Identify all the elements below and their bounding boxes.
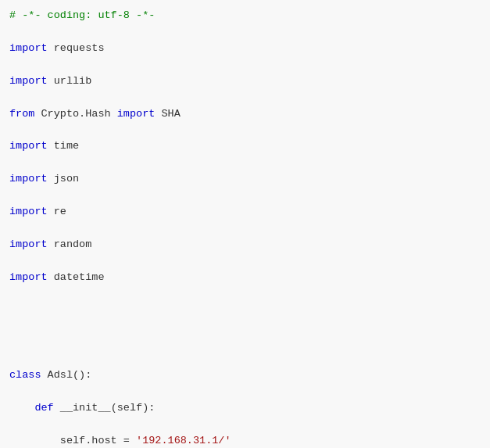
line-4: from Crypto.Hash import SHA (9, 106, 481, 123)
line-5: import time (9, 138, 481, 155)
line-11 (9, 335, 481, 351)
line-13: def __init__(self): (9, 400, 481, 417)
line-7: import re (9, 204, 481, 220)
line-12: class Adsl(): (9, 367, 481, 384)
line-6: import json (9, 171, 481, 188)
line-2: import requests (9, 41, 481, 57)
line-9: import datetime (9, 270, 481, 286)
line-14: self.host = '192.168.31.1/' (9, 433, 481, 448)
code-block: # -*- coding: utf-8 -*- import requests … (9, 8, 481, 448)
line-1: # -*- coding: utf-8 -*- (9, 8, 481, 24)
code-container: # -*- coding: utf-8 -*- import requests … (0, 0, 490, 448)
line-8: import random (9, 237, 481, 253)
comment-1: # -*- coding: utf-8 -*- (9, 9, 155, 21)
line-10 (9, 303, 481, 319)
line-3: import urllib (9, 73, 481, 90)
